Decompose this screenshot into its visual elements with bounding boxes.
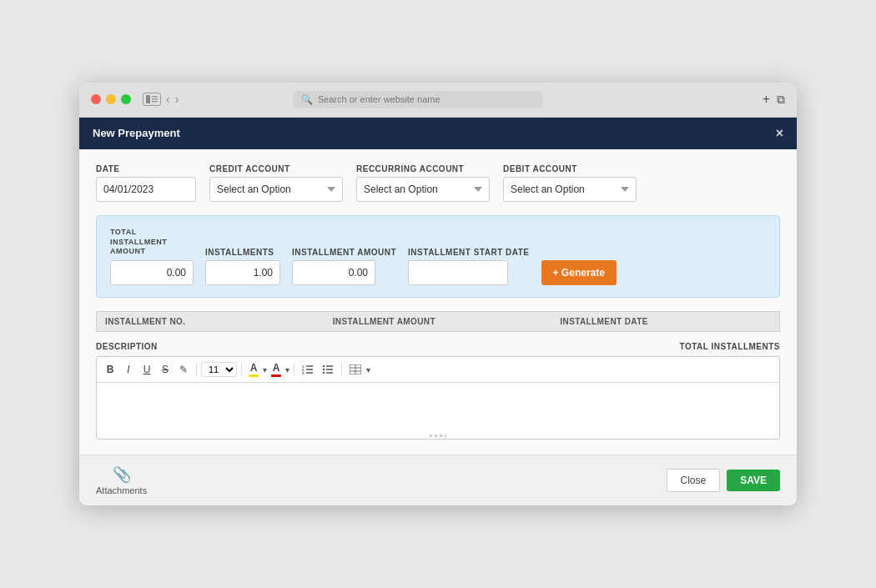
ordered-list-button[interactable]: 1. 2. 3.: [299, 363, 317, 376]
bold-button[interactable]: B: [102, 362, 118, 377]
sidebar-toggle-button[interactable]: [143, 93, 161, 106]
svg-point-10: [323, 365, 325, 367]
address-text: Search or enter website name: [318, 94, 441, 104]
modal-header: New Prepayment ×: [79, 118, 797, 149]
highlight-color-button[interactable]: A: [246, 360, 261, 379]
rich-text-editor: B I U S ✎ 11 8 10 12 14 A: [96, 356, 780, 440]
installment-amount-group: INSTALLMENT AMOUNT: [292, 248, 396, 285]
description-header: DESCRIPTION TOTAL INSTALLMENTS: [96, 342, 780, 351]
svg-point-12: [323, 372, 325, 374]
traffic-lights: [91, 94, 131, 104]
svg-rect-2: [152, 98, 158, 100]
close-traffic-light[interactable]: [91, 94, 101, 104]
installments-group: INSTALLMENTS: [205, 248, 280, 285]
recurring-account-label: RECCURRING ACCOUNT: [356, 164, 490, 173]
forward-button[interactable]: ›: [175, 93, 179, 106]
browser-toolbar: ‹ › 🔍 Search or enter website name + ⧉: [79, 83, 797, 118]
underline-button[interactable]: U: [138, 362, 155, 377]
recurring-account-group: RECCURRING ACCOUNT Select an Option: [356, 164, 490, 202]
toolbar-separator-4: [341, 363, 342, 376]
recurring-account-select[interactable]: Select an Option: [356, 177, 490, 202]
highlight-color-arrow[interactable]: ▾: [263, 365, 267, 374]
new-tab-button[interactable]: +: [763, 92, 770, 107]
back-button[interactable]: ‹: [166, 93, 170, 106]
credit-account-select[interactable]: Select an Option: [209, 177, 343, 202]
description-label: DESCRIPTION: [96, 342, 158, 351]
save-button[interactable]: SAVE: [727, 470, 780, 491]
svg-rect-0: [146, 95, 150, 103]
text-color-button[interactable]: A: [269, 360, 284, 379]
total-installment-label: TOTAL INSTALLMENT AMOUNT: [110, 228, 177, 257]
search-icon: 🔍: [301, 94, 313, 105]
svg-rect-1: [152, 96, 158, 98]
modal-container: New Prepayment × DATE CREDIT ACCOUNT Sel…: [79, 118, 797, 505]
generate-button[interactable]: + Generate: [541, 260, 617, 285]
installment-start-date-label: INSTALLMENT START DATE: [408, 248, 529, 257]
installments-label: INSTALLMENTS: [205, 248, 280, 257]
installment-amount-input[interactable]: [292, 260, 375, 285]
attachments-button[interactable]: 📎 Attachments: [96, 465, 147, 495]
installment-table-header: INSTALLMENT NO. INSTALLMENT AMOUNT INSTA…: [96, 311, 780, 332]
installment-panel: TOTAL INSTALLMENT AMOUNT INSTALLMENTS IN…: [96, 215, 780, 298]
svg-rect-3: [152, 101, 158, 103]
date-field-group: DATE: [96, 164, 196, 202]
col-installment-amount: INSTALLMENT AMOUNT: [325, 312, 552, 331]
debit-account-select[interactable]: Select an Option: [503, 177, 637, 202]
form-row-accounts: DATE CREDIT ACCOUNT Select an Option REC…: [96, 164, 780, 202]
editor-resize-handle[interactable]: [97, 433, 779, 439]
attachments-label: Attachments: [96, 485, 147, 495]
unordered-list-button[interactable]: [319, 363, 337, 376]
col-installment-date: INSTALLMENT DATE: [551, 312, 779, 331]
installments-input[interactable]: [205, 260, 280, 285]
installment-amount-label: INSTALLMENT AMOUNT: [292, 248, 396, 257]
total-installment-input[interactable]: [110, 260, 194, 285]
credit-account-group: CREDIT ACCOUNT Select an Option: [209, 164, 343, 202]
footer-actions: Close SAVE: [667, 469, 780, 492]
col-installment-no: INSTALLMENT NO.: [97, 312, 325, 331]
italic-button[interactable]: I: [120, 362, 137, 377]
text-color-arrow[interactable]: ▾: [285, 365, 289, 374]
debit-account-label: DEBIT ACCOUNT: [503, 164, 637, 173]
minimize-traffic-light[interactable]: [106, 94, 116, 104]
maximize-traffic-light[interactable]: [121, 94, 131, 104]
editor-content[interactable]: [97, 383, 779, 433]
table-arrow[interactable]: ▾: [366, 365, 370, 374]
font-size-select[interactable]: 11 8 10 12 14: [201, 362, 237, 377]
browser-controls: ‹ ›: [143, 93, 179, 106]
resize-dots-icon: [430, 435, 446, 437]
strikethrough-button[interactable]: S: [157, 362, 174, 377]
tabs-button[interactable]: ⧉: [777, 93, 785, 107]
installment-start-date-group: INSTALLMENT START DATE: [408, 248, 529, 285]
close-button[interactable]: Close: [667, 469, 721, 492]
pencil-button[interactable]: ✎: [175, 362, 192, 377]
toolbar-separator-2: [241, 363, 242, 376]
total-installment-group: TOTAL INSTALLMENT AMOUNT: [110, 228, 194, 285]
modal-body: DATE CREDIT ACCOUNT Select an Option REC…: [79, 149, 797, 455]
table-insert-button[interactable]: [346, 363, 365, 376]
installment-start-date-input[interactable]: [408, 260, 508, 285]
address-bar[interactable]: 🔍 Search or enter website name: [293, 91, 543, 108]
modal-footer: 📎 Attachments Close SAVE: [79, 455, 797, 505]
toolbar-separator-3: [294, 363, 295, 376]
date-input[interactable]: [96, 177, 196, 202]
installment-row: TOTAL INSTALLMENT AMOUNT INSTALLMENTS IN…: [110, 228, 766, 285]
browser-actions: + ⧉: [763, 92, 785, 107]
svg-point-11: [323, 369, 325, 370]
date-label: DATE: [96, 164, 196, 173]
modal-title: New Prepayment: [93, 127, 180, 139]
credit-account-label: CREDIT ACCOUNT: [209, 164, 343, 173]
attachment-icon: 📎: [113, 465, 131, 484]
svg-text:3.: 3.: [302, 371, 305, 375]
total-installments-label: TOTAL INSTALLMENTS: [680, 342, 780, 351]
editor-toolbar: B I U S ✎ 11 8 10 12 14 A: [97, 357, 779, 383]
modal-close-button[interactable]: ×: [776, 126, 783, 141]
debit-account-group: DEBIT ACCOUNT Select an Option: [503, 164, 637, 202]
toolbar-separator-1: [196, 363, 197, 376]
